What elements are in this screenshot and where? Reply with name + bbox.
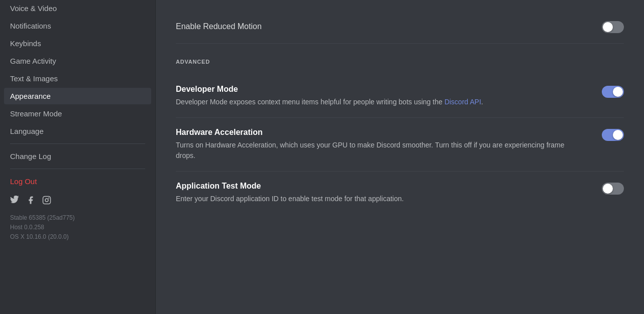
reduced-motion-toggle-thumb	[603, 22, 613, 32]
svg-point-2	[49, 198, 49, 199]
application-test-mode-text: Application Test Mode Enter your Discord…	[176, 182, 582, 204]
application-test-mode-description: Enter your Discord application ID to ena…	[176, 194, 582, 204]
sidebar-item-game-activity[interactable]: Game Activity	[4, 53, 151, 69]
sidebar-item-change-log[interactable]: Change Log	[4, 148, 151, 165]
version-stable: Stable 65385 (25ad775)	[10, 213, 145, 223]
application-test-mode-toggle-thumb	[603, 184, 613, 194]
reduced-motion-toggle-track[interactable]	[602, 21, 624, 33]
svg-rect-0	[43, 197, 51, 204]
application-test-mode-title: Application Test Mode	[176, 182, 582, 191]
hardware-acceleration-text: Hardware Acceleration Turns on Hardware …	[176, 128, 582, 161]
sidebar-item-voice-video[interactable]: Voice & Video	[4, 0, 151, 17]
developer-mode-desc-before: Developer Mode exposes context menu item…	[176, 98, 445, 106]
application-test-mode-toggle[interactable]	[602, 183, 624, 195]
sidebar-item-log-out[interactable]: Log Out	[4, 173, 151, 190]
developer-mode-toggle-thumb	[613, 87, 623, 97]
sidebar-item-label: Log Out	[10, 177, 37, 186]
reduced-motion-toggle[interactable]	[602, 21, 624, 33]
sidebar-item-label: Streamer Mode	[10, 109, 62, 118]
sidebar-item-label: Text & Images	[10, 74, 58, 83]
developer-mode-text: Developer Mode Developer Mode exposes co…	[176, 85, 582, 107]
sidebar-item-label: Appearance	[10, 92, 51, 100]
svg-point-1	[45, 199, 48, 202]
developer-mode-desc-after: .	[481, 98, 483, 106]
developer-mode-toggle-track[interactable]	[602, 86, 624, 98]
sidebar-item-label: Voice & Video	[10, 4, 57, 13]
facebook-icon[interactable]	[26, 196, 35, 207]
sidebar-item-notifications[interactable]: Notifications	[4, 18, 151, 34]
hardware-acceleration-description: Turns on Hardware Acceleration, which us…	[176, 140, 582, 161]
reduced-motion-setting: Enable Reduced Motion	[176, 20, 624, 44]
hardware-acceleration-title: Hardware Acceleration	[176, 128, 582, 137]
hardware-acceleration-toggle-thumb	[613, 130, 623, 140]
hardware-acceleration-toggle[interactable]	[602, 129, 624, 141]
sidebar-divider-2	[10, 169, 145, 169]
sidebar-item-language[interactable]: Language	[4, 123, 151, 139]
application-test-mode-row: Application Test Mode Enter your Discord…	[176, 172, 624, 214]
hardware-acceleration-row: Hardware Acceleration Turns on Hardware …	[176, 118, 624, 172]
reduced-motion-label: Enable Reduced Motion	[176, 22, 262, 31]
twitter-icon[interactable]	[10, 196, 19, 207]
sidebar-item-appearance[interactable]: Appearance	[4, 88, 151, 104]
sidebar-item-label: Keybinds	[10, 39, 41, 48]
version-host: Host 0.0.258	[10, 223, 145, 232]
discord-api-link[interactable]: Discord API	[445, 98, 481, 106]
social-icons-container	[4, 191, 151, 211]
sidebar-item-label: Change Log	[10, 152, 51, 161]
version-os: OS X 10.16.0 (20.0.0)	[10, 232, 145, 242]
developer-mode-description: Developer Mode exposes context menu item…	[176, 97, 582, 107]
version-info: Stable 65385 (25ad775) Host 0.0.258 OS X…	[4, 211, 151, 248]
sidebar-item-streamer-mode[interactable]: Streamer Mode	[4, 105, 151, 122]
developer-mode-title: Developer Mode	[176, 85, 582, 94]
sidebar-divider-1	[10, 143, 145, 144]
developer-mode-toggle[interactable]	[602, 86, 624, 98]
sidebar-item-label: Game Activity	[10, 57, 56, 65]
sidebar-item-text-images[interactable]: Text & Images	[4, 70, 151, 87]
sidebar-item-label: Notifications	[10, 22, 51, 30]
advanced-section-header: ADVANCED	[176, 59, 624, 65]
main-content: Enable Reduced Motion ADVANCED Developer…	[156, 0, 644, 314]
hardware-acceleration-toggle-track[interactable]	[602, 129, 624, 141]
sidebar-item-keybinds[interactable]: Keybinds	[4, 35, 151, 52]
developer-mode-row: Developer Mode Developer Mode exposes co…	[176, 75, 624, 118]
sidebar-item-label: Language	[10, 127, 44, 135]
instagram-icon[interactable]	[42, 196, 51, 207]
application-test-mode-toggle-track[interactable]	[602, 183, 624, 195]
sidebar: Voice & Video Notifications Keybinds Gam…	[0, 0, 156, 314]
